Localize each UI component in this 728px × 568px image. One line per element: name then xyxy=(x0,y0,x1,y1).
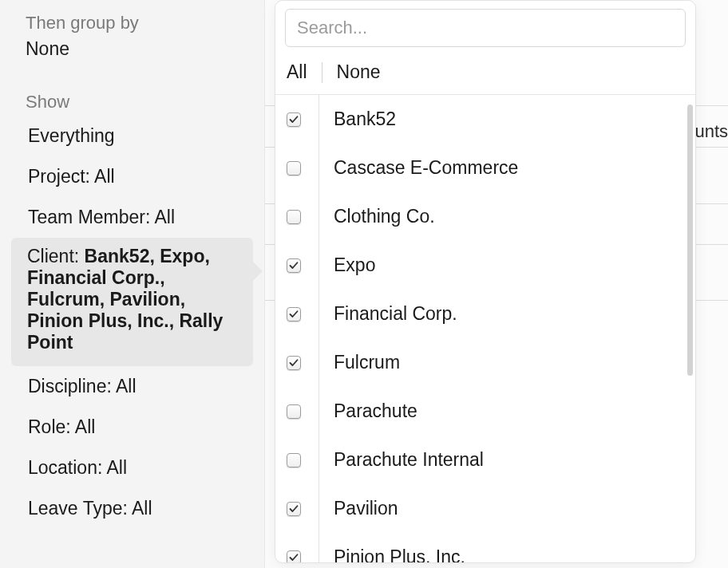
checkbox[interactable] xyxy=(287,112,301,127)
client-filter-popover: All None Bank52Cascase E-CommerceClothin… xyxy=(275,0,696,563)
search-input[interactable] xyxy=(285,9,686,47)
checkbox[interactable] xyxy=(287,550,301,563)
group-by-value[interactable]: None xyxy=(0,37,264,77)
divider xyxy=(318,533,319,562)
checkbox[interactable] xyxy=(287,502,301,516)
checkbox[interactable] xyxy=(287,453,301,467)
divider xyxy=(318,144,319,192)
scrollbar-thumb[interactable] xyxy=(687,105,693,376)
divider xyxy=(318,290,319,338)
divider xyxy=(318,387,319,436)
select-all-button[interactable]: All xyxy=(287,61,307,83)
filter-label: Team Member: xyxy=(28,207,155,227)
filter-value: All xyxy=(75,416,96,437)
separator xyxy=(322,62,322,83)
option-label: Pinion Plus, Inc. xyxy=(334,546,465,562)
option-label: Fulcrum xyxy=(334,352,400,373)
filter-item[interactable]: Team Member: All xyxy=(0,197,264,238)
divider xyxy=(318,436,319,484)
option-row[interactable]: Expo xyxy=(275,241,687,290)
option-row[interactable]: Clothing Co. xyxy=(275,192,687,241)
filter-label: Role: xyxy=(28,416,75,437)
filter-label: Project: xyxy=(28,166,94,187)
filter-value: All xyxy=(132,498,152,519)
filter-value: All xyxy=(106,457,127,478)
scrollbar[interactable] xyxy=(687,95,695,562)
checkbox[interactable] xyxy=(287,258,301,273)
checkbox[interactable] xyxy=(287,356,301,370)
checkbox[interactable] xyxy=(287,404,301,419)
option-label: Parachute Internal xyxy=(334,449,484,471)
filter-item[interactable]: Location: All xyxy=(0,448,264,488)
divider xyxy=(318,484,319,533)
option-row[interactable]: Bank52 xyxy=(275,95,687,144)
option-row[interactable]: Fulcrum xyxy=(275,338,687,387)
option-row[interactable]: Pavilion xyxy=(275,484,687,533)
filter-item[interactable]: Discipline: All xyxy=(0,366,264,407)
filter-label: Location: xyxy=(28,457,106,478)
checkbox[interactable] xyxy=(287,307,301,321)
option-label: Clothing Co. xyxy=(334,206,435,227)
filter-item[interactable]: Client: Bank52, Expo, Financial Corp., F… xyxy=(11,238,253,366)
sidebar: Then group by None Show EverythingProjec… xyxy=(0,0,265,568)
option-label: Expo xyxy=(334,254,375,276)
filter-label: Client: xyxy=(27,246,85,266)
option-row[interactable]: Parachute xyxy=(275,387,687,436)
option-label: Financial Corp. xyxy=(334,303,457,325)
option-row[interactable]: Pinion Plus, Inc. xyxy=(275,533,687,562)
checkbox[interactable] xyxy=(287,161,301,176)
option-row[interactable]: Financial Corp. xyxy=(275,290,687,338)
divider xyxy=(318,192,319,241)
group-by-heading: Then group by xyxy=(0,10,264,37)
main-content: unts All None Bank52Cascase E-CommerceCl… xyxy=(265,0,728,568)
option-label: Bank52 xyxy=(334,108,396,130)
filter-item[interactable]: Project: All xyxy=(0,156,264,197)
options-list: Bank52Cascase E-CommerceClothing Co.Expo… xyxy=(275,95,687,562)
filter-value: All xyxy=(116,376,136,396)
select-none-button[interactable]: None xyxy=(337,61,381,83)
filter-value: All xyxy=(155,207,176,227)
option-label: Cascase E-Commerce xyxy=(334,157,518,179)
divider xyxy=(318,338,319,387)
filter-value: All xyxy=(94,166,115,187)
option-row[interactable]: Parachute Internal xyxy=(275,436,687,484)
filter-value: Everything xyxy=(28,125,115,146)
show-heading: Show xyxy=(0,89,264,116)
divider xyxy=(318,95,319,144)
truncated-column-header: unts xyxy=(694,121,728,142)
checkbox[interactable] xyxy=(287,210,301,224)
option-row[interactable]: Cascase E-Commerce xyxy=(275,144,687,192)
option-label: Pavilion xyxy=(334,498,398,519)
filter-item[interactable]: Role: All xyxy=(0,407,264,448)
filter-label: Leave Type: xyxy=(28,498,132,519)
pointer-icon xyxy=(251,260,263,282)
divider xyxy=(318,241,319,290)
filter-label: Discipline: xyxy=(28,376,116,396)
option-label: Parachute xyxy=(334,400,417,422)
filter-item[interactable]: Leave Type: All xyxy=(0,488,264,529)
filter-item[interactable]: Everything xyxy=(0,116,264,156)
